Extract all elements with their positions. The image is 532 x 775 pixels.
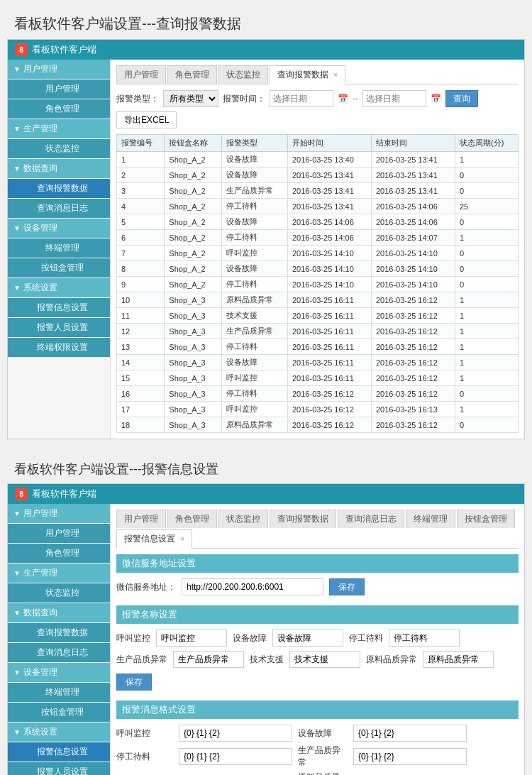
wechat-input[interactable] [182,578,323,595]
sidebar2-item-button[interactable]: 按钮盒管理 [8,703,110,722]
sidebar2-item-queryalarm[interactable]: 查询报警数据 [8,623,110,642]
filter-date-start[interactable] [270,90,333,107]
tab2-queryalarm[interactable]: 查询报警数据 [270,510,336,528]
cell-id: 9 [117,277,165,292]
sidebar2-group-device[interactable]: ▼ 设备管理 [8,663,110,682]
cell-id: 11 [117,308,165,324]
tab-close-icon[interactable]: × [333,71,338,79]
filter-date-end[interactable] [362,90,426,107]
filter-type-select[interactable]: 所有类型 [163,90,218,107]
sidebar-item-button[interactable]: 按钮盒管理 [8,258,110,277]
search-button[interactable]: 查询 [445,90,478,107]
wechat-save-btn[interactable]: 保存 [329,578,365,595]
tab2-usermgmt[interactable]: 用户管理 [116,510,166,528]
tab2-rolemgmt[interactable]: 角色管理 [167,510,217,528]
sidebar-item-usermgmt[interactable]: 用户管理 [8,79,110,99]
tab2-button[interactable]: 按钮盒管理 [457,510,515,528]
input-jishu[interactable] [289,651,360,668]
tab2-statusmon[interactable]: 状态监控 [218,510,268,528]
tab-queryalarm[interactable]: 查询报警数据 × [270,65,345,84]
format-row2: 停工待料 生产品质异常 [116,744,519,769]
sidebar-item-alarmperson[interactable]: 报警人员设置 [8,318,110,337]
input-shebei[interactable] [272,630,343,647]
sidebar-group-label: 数据查询 [23,607,57,619]
input-yuanliao[interactable] [423,651,494,668]
sidebar2-item-alarmperson[interactable]: 报警人员设置 [8,762,110,775]
tab-usermgmt[interactable]: 用户管理 [116,65,166,84]
chevron-icon: ▼ [13,224,21,232]
tab-bar-1: 用户管理 角色管理 状态监控 查询报警数据 × [116,65,519,84]
fmt-input-shebei[interactable] [353,725,467,742]
tab-bar-2: 用户管理 角色管理 状态监控 查询报警数据 查询消息日志 终端管理 按钮盒管理 … [116,510,519,549]
filter-bar: 报警类型： 所有类型 报警时间： 📅 -- 📅 查询 导出EXCEL [116,90,519,128]
tab2-terminal[interactable]: 终端管理 [406,510,455,528]
alarmname-save-btn[interactable]: 保存 [116,674,152,691]
sidebar2-group-system[interactable]: ▼ 系统设置 [8,722,110,742]
sidebar-item-querymsg[interactable]: 查询消息日志 [8,199,110,218]
sidebar2-group-data[interactable]: ▼ 数据查询 [8,603,110,622]
sidebar-group-system[interactable]: ▼ 系统设置 [8,278,110,297]
calendar-icon-start[interactable]: 📅 [338,94,348,104]
alarm-table: 报警编号 按钮盒名称 报警类型 开始时间 结束时间 状态周期(分) 1 Shop… [116,134,519,433]
tab-statusmon[interactable]: 状态监控 [218,65,268,84]
label-hujian: 呼叫监控 [116,632,150,644]
cell-id: 6 [117,230,165,246]
tab2-close-icon[interactable]: × [180,535,184,543]
fmt-label-tinggong: 停工待料 [116,751,173,763]
sidebar2-item-statusmon[interactable]: 状态监控 [8,583,110,603]
sidebar-group-data[interactable]: ▼ 数据查询 [8,159,110,178]
sidebar-item-rolemgmt[interactable]: 角色管理 [8,99,110,119]
alarmname-row1: 呼叫监控 设备故障 停工待料 [116,630,519,647]
col-header-type: 报警类型 [221,135,287,152]
app-logo-2: 8 [15,488,28,500]
sidebar2-item-querymsg[interactable]: 查询消息日志 [8,643,110,662]
sidebar2-group-prod[interactable]: ▼ 生产管理 [8,564,110,583]
cell-shop: Shop_A_3 [165,417,221,433]
app-header-2: 8 看板软件客户端 [8,484,524,504]
sidebar-item-statusmon[interactable]: 状态监控 [8,139,110,158]
input-shengchan[interactable] [173,651,244,668]
cell-shop: Shop_A_2 [165,183,221,199]
tab2-querymsg[interactable]: 查询消息日志 [338,510,404,528]
fmt-input-hujian[interactable] [179,725,292,742]
sidebar2-item-usermgmt[interactable]: 用户管理 [8,524,110,543]
sidebar-item-terminal[interactable]: 终端管理 [8,238,110,258]
alarmformat-section: 报警消息格式设置 呼叫监控 设备故障 停工待料 生产品质异常 技术支援 原料品质 [116,700,519,775]
sidebar-group-device[interactable]: ▼ 设备管理 [8,219,110,238]
tab2-alarminfo[interactable]: 报警信息设置 × [116,529,192,549]
cell-type: 原料品质异常 [221,292,287,308]
sidebar2-group-user[interactable]: ▼ 用户管理 [8,504,110,523]
table-row: 8 Shop_A_2 设备故障 2016-03-25 14:10 2016-03… [117,261,519,277]
cell-duration: 1 [455,292,518,308]
col-header-duration: 状态周期(分) [455,135,518,152]
tab-rolemgmt[interactable]: 角色管理 [167,65,217,84]
cell-end: 2016-03-25 14:07 [371,230,455,246]
fmt-label-hujian: 呼叫监控 [116,727,173,740]
cell-duration: 0 [455,417,518,433]
sidebar2-item-alarminfo[interactable]: 报警信息设置 [8,742,110,762]
cell-start: 2016-03-25 16:11 [288,292,372,308]
cell-start: 2016-03-25 16:11 [288,324,372,339]
wechat-form-row: 微信服务地址： 保存 [116,578,519,595]
page-title-2: 看板软件客户端设置---报警信息设置 [14,461,525,478]
export-excel-button[interactable]: 导出EXCEL [116,111,177,128]
input-tinggong[interactable] [389,630,460,647]
sidebar2-item-rolemgmt[interactable]: 角色管理 [8,544,110,563]
fmt-input-tinggong[interactable] [179,748,292,765]
sidebar-group-prod[interactable]: ▼ 生产管理 [8,119,110,138]
cell-type: 生产品质异常 [221,183,287,199]
cell-shop: Shop_A_2 [165,167,221,183]
sidebar-group-user[interactable]: ▼ 用户管理 [8,60,110,79]
fmt-input-shengchan[interactable] [353,748,467,765]
sidebar-item-alarminfo[interactable]: 报警信息设置 [8,298,110,317]
table-row: 15 Shop_A_3 呼叫监控 2016-03-25 16:11 2016-0… [117,370,519,386]
cell-start: 2016-03-25 14:10 [288,261,372,277]
calendar-icon-end[interactable]: 📅 [431,94,441,104]
sidebar2-item-terminal[interactable]: 终端管理 [8,683,110,702]
col-header-end: 结束时间 [371,135,455,152]
input-hujian[interactable] [156,630,227,647]
sidebar-group-label: 数据查询 [23,163,57,175]
sidebar-item-terminalauth[interactable]: 终端权限设置 [8,338,110,357]
cell-shop: Shop_A_2 [165,277,221,292]
sidebar-item-queryalarm[interactable]: 查询报警数据 [8,179,110,198]
